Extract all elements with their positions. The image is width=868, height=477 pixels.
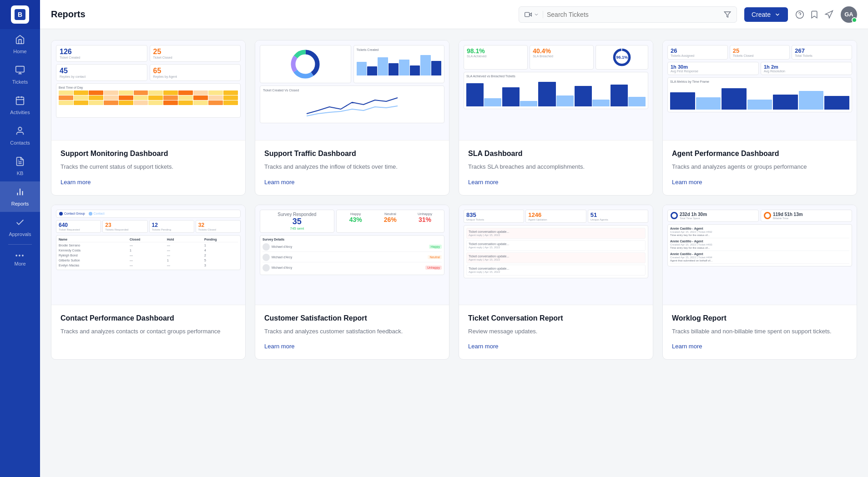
card-support-monitoring[interactable]: 126 Ticket Created 25 Ticket Closed 45 <box>51 40 246 196</box>
card-preview-support-monitoring: 126 Ticket Created 25 Ticket Closed 45 <box>51 40 245 141</box>
card-ticket-conversation[interactable]: 835 Unique Tickets 1246 Agent Updation 5… <box>459 205 653 360</box>
sidebar-label-contacts: Contacts <box>10 140 30 146</box>
learn-more-ticket-conversation[interactable]: Learn more <box>468 343 498 350</box>
card-title-worklog: Worklog Report <box>672 314 848 322</box>
sidebar-label-reports: Reports <box>11 201 29 206</box>
sidebar-label-more: More <box>14 261 25 266</box>
card-desc-ticket-conversation: Review message updates. <box>468 327 644 336</box>
card-preview-agent-performance: 26 Tickets Assigned 25 Tickets Closed 26… <box>663 40 857 141</box>
sidebar-label-activities: Activities <box>10 110 30 115</box>
card-body-ticket-conversation: Ticket Conversation Report Review messag… <box>459 305 653 360</box>
more-icon: ••• <box>15 252 25 259</box>
learn-more-customer-satisfaction[interactable]: Learn more <box>264 343 294 350</box>
logo-box: B <box>11 5 29 24</box>
learn-more-sla[interactable]: Learn more <box>468 179 498 186</box>
help-icon[interactable] <box>795 10 804 19</box>
tickets-icon <box>15 65 25 77</box>
learn-more-support-traffic[interactable]: Learn more <box>264 179 294 186</box>
svg-marker-10 <box>724 12 730 17</box>
create-button[interactable]: Create <box>744 7 788 22</box>
sidebar-item-activities[interactable]: Activities <box>0 90 40 121</box>
card-title-ticket-conversation: Ticket Conversation Report <box>468 314 644 322</box>
header-icons <box>795 10 833 19</box>
card-customer-satisfaction[interactable]: Survey Responded 35 745 sent Happy 43% <box>255 205 449 360</box>
card-body-contact-performance: Contact Performance Dashboard Tracks and… <box>51 305 245 351</box>
sidebar-item-home[interactable]: Home <box>0 29 40 60</box>
card-preview-ticket-conversation: 835 Unique Tickets 1246 Agent Updation 5… <box>459 205 653 305</box>
svg-marker-8 <box>530 13 532 16</box>
sidebar-item-kb[interactable]: KB <box>0 151 40 181</box>
sidebar-divider <box>8 244 32 245</box>
card-title-customer-satisfaction: Customer Satisfaction Report <box>264 314 440 322</box>
card-body-support-traffic: Support Traffic Dashboard Tracks and ana… <box>255 141 449 195</box>
card-body-agent-performance: Agent Performance Dashboard Tracks and a… <box>663 141 857 195</box>
card-desc-worklog: Tracks billable and non-billable time sp… <box>672 327 848 336</box>
card-preview-sla: 98.1% SLA Achieved 40.4% SLA Breached <box>459 40 653 141</box>
video-icon <box>525 11 532 18</box>
activities-icon <box>15 95 25 108</box>
create-label: Create <box>752 11 771 18</box>
card-agent-performance[interactable]: 26 Tickets Assigned 25 Tickets Closed 26… <box>662 40 857 196</box>
avatar-initials: GA <box>844 11 853 18</box>
card-body-worklog: Worklog Report Tracks billable and non-b… <box>663 305 857 360</box>
sidebar-item-more[interactable]: ••• More <box>0 246 40 272</box>
sidebar: B Home Tickets <box>0 0 40 477</box>
bookmark-icon[interactable] <box>810 10 819 19</box>
card-desc-customer-satisfaction: Tracks and analyzes customer satisfactio… <box>264 327 440 336</box>
card-contact-performance[interactable]: Contact Group Contact 640 Ticket Req <box>51 205 246 360</box>
card-title-contact-performance: Contact Performance Dashboard <box>61 314 236 322</box>
filter-icon[interactable] <box>724 11 731 18</box>
kb-icon <box>15 156 25 169</box>
card-desc-contact-performance: Tracks and analyzes contacts or contact … <box>61 327 236 336</box>
sidebar-item-tickets[interactable]: Tickets <box>0 60 40 90</box>
card-worklog[interactable]: 232d 1h 30m Total Time Spent 119d 51h 13… <box>662 205 857 360</box>
card-desc-sla: Tracks SLA breaches and accomplishments. <box>468 162 644 171</box>
sidebar-nav: Home Tickets Activities <box>0 29 40 477</box>
card-title-sla: SLA Dashboard <box>468 150 644 158</box>
svg-rect-9 <box>525 12 530 16</box>
header: Reports Create <box>40 0 868 29</box>
card-desc-agent-performance: Tracks and analyzes agents or groups per… <box>672 162 848 171</box>
learn-more-worklog[interactable]: Learn more <box>672 343 702 350</box>
card-title-agent-performance: Agent Performance Dashboard <box>672 150 848 158</box>
home-icon <box>15 35 25 47</box>
card-sla[interactable]: 98.1% SLA Achieved 40.4% SLA Breached <box>459 40 653 196</box>
card-body-customer-satisfaction: Customer Satisfaction Report Tracks and … <box>255 305 449 360</box>
card-title-support-monitoring: Support Monitoring Dashboard <box>61 150 236 158</box>
contacts-icon <box>15 126 25 138</box>
svg-point-11 <box>796 10 804 18</box>
search-input[interactable] <box>547 11 720 18</box>
card-preview-customer-satisfaction: Survey Responded 35 745 sent Happy 43% <box>255 205 449 305</box>
card-desc-support-monitoring: Tracks the current status of support tic… <box>61 162 236 171</box>
learn-more-agent-performance[interactable]: Learn more <box>672 179 702 186</box>
svg-rect-1 <box>16 97 24 105</box>
approvals-icon <box>15 217 25 230</box>
search-icon-wrap <box>525 11 543 18</box>
chevron-down-icon <box>534 12 539 17</box>
card-preview-support-traffic: Tickets Created <box>255 40 449 141</box>
sidebar-item-reports[interactable]: Reports <box>0 181 40 212</box>
svg-rect-0 <box>16 66 24 72</box>
svg-point-2 <box>18 127 21 131</box>
sidebar-label-approvals: Approvals <box>9 231 31 237</box>
sidebar-label-kb: KB <box>17 171 24 176</box>
learn-more-support-monitoring[interactable]: Learn more <box>61 179 91 186</box>
card-body-sla: SLA Dashboard Tracks SLA breaches and ac… <box>459 141 653 195</box>
search-container <box>519 6 737 23</box>
create-chevron-icon <box>774 11 781 18</box>
megaphone-icon[interactable] <box>824 10 833 19</box>
sidebar-logo[interactable]: B <box>0 0 40 29</box>
reports-icon <box>15 187 25 199</box>
card-support-traffic[interactable]: Tickets Created <box>255 40 449 196</box>
content-area: 126 Ticket Created 25 Ticket Closed 45 <box>40 29 868 477</box>
card-body-support-monitoring: Support Monitoring Dashboard Tracks the … <box>51 141 245 195</box>
sidebar-item-approvals[interactable]: Approvals <box>0 212 40 242</box>
sidebar-item-contacts[interactable]: Contacts <box>0 121 40 151</box>
avatar-online-badge <box>852 17 857 23</box>
card-preview-contact-performance: Contact Group Contact 640 Ticket Req <box>51 205 245 305</box>
page-title: Reports <box>51 9 86 20</box>
avatar[interactable]: GA <box>841 6 857 23</box>
logo-inner: B <box>15 9 25 20</box>
logo-text: B <box>18 11 22 18</box>
sidebar-label-tickets: Tickets <box>12 79 28 85</box>
